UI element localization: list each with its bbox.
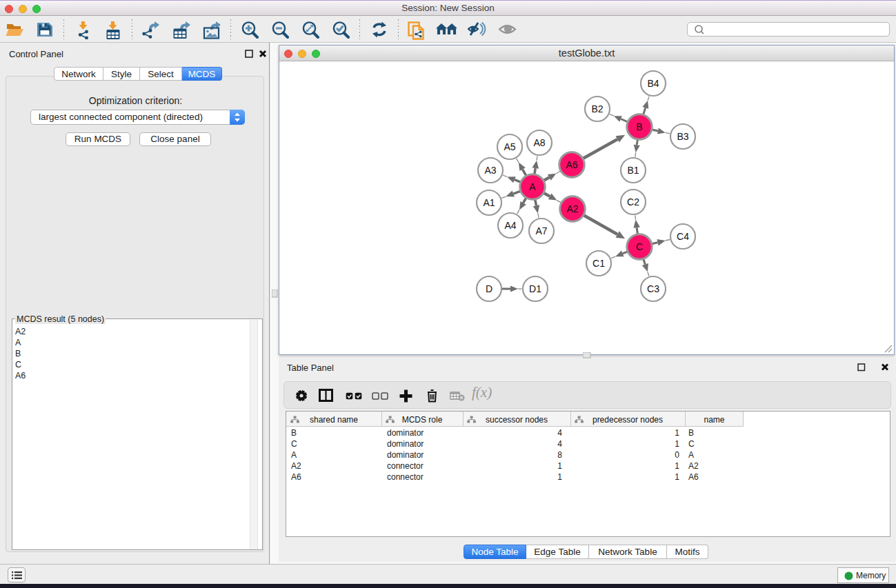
svg-text:A7: A7 <box>535 225 547 236</box>
svg-text:C: C <box>636 241 643 252</box>
svg-text:A2: A2 <box>566 203 578 214</box>
svg-text:C3: C3 <box>647 283 659 294</box>
svg-text:A1: A1 <box>483 197 495 208</box>
svg-text:A3: A3 <box>484 165 496 176</box>
svg-text:A6: A6 <box>566 159 577 170</box>
svg-text:A: A <box>529 181 536 192</box>
svg-text:D1: D1 <box>529 283 541 294</box>
svg-text:B2: B2 <box>591 103 603 114</box>
svg-text:D: D <box>486 283 492 294</box>
svg-text:B3: B3 <box>677 131 688 142</box>
svg-text:C4: C4 <box>677 231 689 242</box>
svg-text:C1: C1 <box>593 258 605 269</box>
svg-text:A8: A8 <box>533 137 545 148</box>
svg-text:C2: C2 <box>627 196 639 207</box>
svg-text:B1: B1 <box>627 165 639 176</box>
svg-text:B4: B4 <box>647 78 659 89</box>
svg-text:B: B <box>636 121 642 132</box>
svg-text:A5: A5 <box>504 141 515 152</box>
svg-text:A4: A4 <box>504 220 516 231</box>
